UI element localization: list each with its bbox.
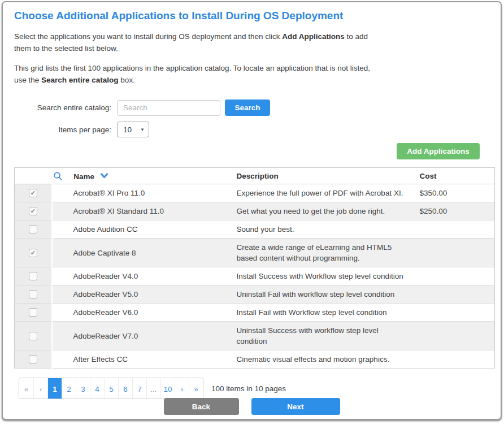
add-applications-row: Add Applications <box>14 143 489 159</box>
pagination-page-1-active[interactable]: 1 <box>47 378 62 399</box>
intro-1-text: Select the applications you want to inst… <box>14 32 282 41</box>
app-description: Install Success with Workflow step level… <box>230 267 413 285</box>
app-description: Create a wide range of eLearning and HTM… <box>230 239 413 267</box>
row-checkbox-cell: ✔ <box>15 239 52 267</box>
table-row: After Effects CCCinematic visual effects… <box>15 351 495 369</box>
items-per-page-value: 10 <box>123 126 132 134</box>
pagination-page-3[interactable]: 3 <box>76 378 90 399</box>
checkbox-unchecked[interactable] <box>29 332 37 340</box>
items-per-page-label: Items per page: <box>14 126 117 134</box>
row-checkbox-cell: ✔ <box>15 202 52 220</box>
app-name: Adobe Captivate 8 <box>52 239 230 267</box>
app-description: Sound your best. <box>230 220 413 239</box>
pagination-last-button[interactable]: » <box>189 378 203 399</box>
pagination-next-button[interactable]: › <box>175 378 189 399</box>
search-input[interactable] <box>117 100 220 116</box>
row-checkbox-cell <box>15 220 52 239</box>
pagination-ellipsis: ... <box>146 378 160 399</box>
app-name: AdobeReader V5.0 <box>52 285 230 304</box>
row-checkbox-cell: ✔ <box>15 184 52 202</box>
pagination-page-7[interactable]: 7 <box>132 378 146 399</box>
footer-buttons: Back Next <box>3 398 501 415</box>
app-description: Uninstall Fail with workflow step level … <box>230 285 413 304</box>
checkbox-column-header <box>15 168 52 184</box>
table-row: ✔Acrobat® XI Pro 11.0Experience the full… <box>15 184 495 202</box>
table-row: ✔Adobe Captivate 8Create a wide range of… <box>15 239 495 267</box>
app-cost: $250.00 <box>413 202 495 220</box>
column-header-description[interactable]: Description <box>230 168 413 184</box>
back-button[interactable]: Back <box>164 398 239 415</box>
deployment-dialog: Choose Additional Applications to Instal… <box>2 1 502 420</box>
chevron-down-icon: ▼ <box>140 127 145 132</box>
search-form: Search entire catalog: Search Items per … <box>14 99 489 137</box>
column-header-name[interactable]: Name <box>73 172 94 181</box>
table-header-row: Name Description Cost <box>15 168 495 184</box>
pagination: «‹1234567...10›» <box>19 378 203 399</box>
app-cost <box>413 322 495 351</box>
checkbox-unchecked[interactable] <box>29 272 37 280</box>
app-name: AdobeReader V4.0 <box>52 267 230 285</box>
app-name: Acrobat® XI Pro 11.0 <box>52 184 230 202</box>
row-checkbox-cell <box>15 285 52 304</box>
app-name: Acrobat® XI Standard 11.0 <box>52 202 230 220</box>
pagination-page-6[interactable]: 6 <box>118 378 132 399</box>
next-button[interactable]: Next <box>251 398 340 415</box>
search-icon[interactable] <box>53 171 63 181</box>
checkbox-checked[interactable]: ✔ <box>29 249 37 257</box>
checkbox-unchecked[interactable] <box>29 225 37 233</box>
pagination-page-10[interactable]: 10 <box>160 378 175 399</box>
app-cost <box>413 220 495 239</box>
app-description: Uninstall Success with workflow step lev… <box>230 322 413 351</box>
column-header-cost[interactable]: Cost <box>413 168 495 184</box>
table-row: AdobeReader V4.0Install Success with Wor… <box>15 267 495 285</box>
applications-table: Name Description Cost ✔Acrobat® XI Pro 1… <box>14 167 495 369</box>
pagination-page-5[interactable]: 5 <box>104 378 118 399</box>
table-row: AdobeReader V6.0Install Fail with Workfl… <box>15 304 495 322</box>
app-name: After Effects CC <box>52 351 230 369</box>
app-cost <box>413 239 495 267</box>
intro-2-bold: Search entire catalog <box>41 76 119 84</box>
checkbox-unchecked[interactable] <box>29 355 37 364</box>
app-cost: $350.00 <box>413 184 495 202</box>
app-cost <box>413 267 495 285</box>
app-description: Get what you need to get the job done ri… <box>230 202 413 220</box>
search-button[interactable]: Search <box>225 99 270 116</box>
intro-2-text-after: box. <box>119 76 135 84</box>
add-applications-button[interactable]: Add Applications <box>397 143 480 159</box>
app-cost <box>413 304 495 322</box>
app-description: Install Fail with Workflow step level co… <box>230 304 413 322</box>
app-cost <box>413 285 495 304</box>
intro-paragraph-1: Select the applications you want to inst… <box>14 31 384 54</box>
pagination-page-2[interactable]: 2 <box>62 378 76 399</box>
app-cost <box>413 351 495 369</box>
intro-1-bold: Add Applications <box>282 32 345 41</box>
table-row: AdobeReader V7.0Uninstall Success with w… <box>15 322 495 351</box>
pagination-summary: 100 items in 10 pages <box>211 384 286 393</box>
table-row: AdobeReader V5.0Uninstall Fail with work… <box>15 285 495 304</box>
page-title: Choose Additional Applications to Instal… <box>14 10 489 22</box>
search-row: Search entire catalog: Search <box>14 99 489 116</box>
checkbox-checked[interactable]: ✔ <box>29 207 37 215</box>
app-name: Adobe Audition CC <box>52 220 230 239</box>
search-label: Search entire catalog: <box>14 103 117 112</box>
pagination-page-4[interactable]: 4 <box>90 378 104 399</box>
table-row: ✔Acrobat® XI Standard 11.0Get what you n… <box>15 202 495 220</box>
app-name: AdobeReader V6.0 <box>52 304 230 322</box>
pagination-row: «‹1234567...10›» 100 items in 10 pages <box>19 378 489 399</box>
row-checkbox-cell <box>15 304 52 322</box>
row-checkbox-cell <box>15 351 52 369</box>
pagination-prev-button[interactable]: ‹ <box>33 378 47 399</box>
app-description: Cinematic visual effects and motion grap… <box>230 351 413 369</box>
checkbox-unchecked[interactable] <box>29 290 37 298</box>
name-column-header[interactable]: Name <box>52 168 230 184</box>
checkbox-unchecked[interactable] <box>29 308 37 317</box>
pagination-first-button[interactable]: « <box>19 378 33 399</box>
checkbox-checked[interactable]: ✔ <box>29 189 37 197</box>
app-description: Experience the full power of PDF with Ac… <box>230 184 413 202</box>
table-row: Adobe Audition CCSound your best. <box>15 220 495 239</box>
intro-paragraph-2: This grid lists the first 100 applicatio… <box>14 62 384 86</box>
items-per-page-row: Items per page: 10 ▼ <box>14 122 489 137</box>
items-per-page-select[interactable]: 10 ▼ <box>117 122 149 137</box>
row-checkbox-cell <box>15 322 52 351</box>
row-checkbox-cell <box>15 267 52 285</box>
